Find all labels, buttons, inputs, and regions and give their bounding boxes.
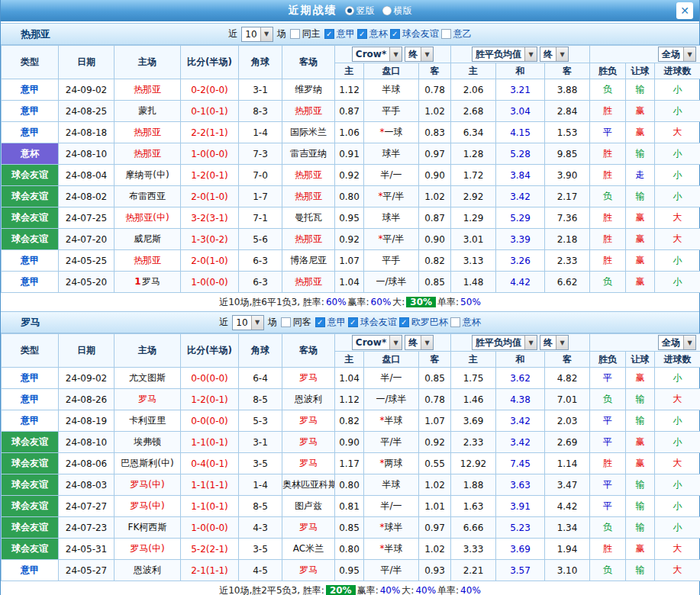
corner-cell: 3-1 [239,432,282,453]
team-name: 罗马 [21,316,40,330]
result-cell: 负 [590,79,626,101]
league-checkbox[interactable] [441,29,451,39]
handicap-home-odds-cell: 0.82 [335,410,364,432]
handicap-away-odds-cell: 0.85 [419,272,451,293]
avg-draw-odds-cell: 3.04 [496,101,545,122]
avg-final-select[interactable]: 终▼ [540,47,569,62]
summary-bar: 近10场,胜2平5负3, 胜率:20%赢率:40%大:40%单率:40% [1,581,699,595]
date-cell: 24-05-27 [59,560,115,581]
col-corner: 角球 [239,334,282,368]
avg-draw-odds-cell: 3.63 [496,474,545,496]
home-team-cell: 热那亚 [115,250,181,272]
league-checkbox[interactable] [450,317,460,327]
scope-select[interactable]: 全场▼ [658,47,696,62]
goals-result-cell: 大 [655,229,700,250]
odds-company-select[interactable]: Crow*▼ [352,335,402,350]
away-team-cell: AC米兰 [282,539,335,560]
score-cell: 1-2(0-1) [181,165,239,186]
date-cell: 24-08-19 [59,410,115,432]
table-row: 意甲24-05-27恩波利2-1(1-1)4-5罗马0.95平/半0.932.2… [2,560,700,581]
match-count-select[interactable]: 10▼ [232,315,263,330]
avg-type-select[interactable]: 胜平负均值▼ [472,47,537,62]
summary-text: 大: [392,296,405,309]
col-away: 客场 [282,334,335,368]
odds-final-select[interactable]: 终▼ [405,335,434,350]
corner-cell: 7-1 [239,207,282,229]
league-label: 意杯 [369,27,388,40]
handicap-result-cell: 赢 [626,432,655,453]
avg-away-odds-cell: 7.01 [545,389,590,410]
handicap-star: * [378,191,382,201]
summary-text: 赢率: [357,584,379,595]
match-count-select[interactable]: 10▼ [241,27,273,42]
handicap-home-odds-cell: 0.80 [335,186,364,207]
col-away: 客场 [282,46,335,79]
same-venue-checkbox[interactable] [281,317,291,327]
date-cell: 24-07-20 [59,229,115,250]
avg-draw-odds-cell: 4.15 [496,122,545,143]
corner-cell: 7-0 [239,165,282,186]
handicap-away-odds-cell: 0.85 [419,368,451,389]
table-row: 球会友谊24-08-10埃弗顿1-1(0-1)3-1罗马0.90平/半0.922… [2,432,700,453]
avg-home-odds-cell: 1.46 [451,389,496,410]
away-team-cell: 罗马 [282,368,335,389]
handicap-away-odds-cell: 0.90 [419,165,451,186]
table-row: 意甲24-08-25蒙扎0-1(0-1)8-3热那亚0.87平手1.022.68… [2,101,700,122]
league-checkbox[interactable]: ✓ [348,317,358,327]
league-type-cell: 球会友谊 [2,453,59,474]
score-cell: 1-0(0-0) [181,143,239,165]
score-cell: 1-0(0-0) [181,517,239,539]
odds-controls: Crow*▼ 终▼ [335,46,451,63]
close-button[interactable]: ✕ [676,2,693,19]
avg-type-select[interactable]: 胜平负均值▼ [472,335,537,350]
goals-result-cell: 大 [655,453,700,474]
corner-cell: 7-3 [239,143,282,165]
handicap-away-odds-cell: 0.87 [419,207,451,229]
handicap-home-odds-cell: 0.95 [335,207,364,229]
home-team-cell: 巴恩斯利(中) [115,453,181,474]
league-checkbox[interactable]: ✓ [324,29,334,39]
league-checkbox[interactable]: ✓ [399,317,409,327]
scope-select[interactable]: 全场▼ [658,335,696,350]
avg-away-odds-cell: 3.47 [545,474,590,496]
home-team-name: 罗马 [142,276,160,287]
table-row: 意甲24-08-18热那亚2-2(1-1)1-4国际米兰1.06*一球0.836… [2,122,700,143]
summary-highlight: 20% [326,585,356,595]
same-venue-checkbox[interactable] [290,29,300,39]
col-home: 主场 [115,334,181,368]
goals-result-cell: 小 [655,101,700,122]
home-team-name: 罗马(中) [130,479,164,490]
handicap-result-cell: 赢 [626,207,655,229]
home-team-name: 卡利亚里 [129,415,166,426]
handicap-line-cell: 半/一 [364,496,419,517]
result-cell: 负 [590,389,626,410]
league-label: 意杯 [463,316,481,329]
col-avg-draw: 和 [496,63,545,79]
team-section-header-roma: 罗马 近 10▼ 场 同客 ✓意甲✓球会友谊✓欧罗巴杯意杯 [1,311,699,333]
home-team-name: 罗马(中) [130,543,164,554]
table-row: 意杯24-08-10热那亚1-0(0-0)7-3雷吉亚纳0.91球半0.971.… [2,143,700,165]
league-checkbox[interactable]: ✓ [315,317,325,327]
home-team-name: 热那亚(中) [125,212,169,223]
handicap-line-cell: 半/一 [364,368,419,389]
home-team-cell: 威尼斯 [115,229,181,250]
avg-final-select[interactable]: 终▼ [540,335,569,350]
col-type: 类型 [2,334,59,368]
odds-company-select[interactable]: Crow*▼ [352,47,402,62]
league-checkbox[interactable]: ✓ [357,29,367,39]
league-type-cell: 球会友谊 [2,474,59,496]
odds-final-select[interactable]: 终▼ [405,47,434,62]
result-cell: 胜 [590,165,626,186]
avg-draw-odds-cell: 3.84 [496,165,545,186]
league-checkbox[interactable]: ✓ [390,29,400,39]
col-odds-away: 客 [419,352,451,368]
radio-vertical-layout[interactable]: 竖版 [345,5,375,18]
result-cell: 平 [590,368,626,389]
league-filters: ✓意甲✓意杯✓球会友谊意乙 [324,27,472,40]
radio-unselected-icon [382,6,392,15]
date-cell: 24-08-06 [59,453,115,474]
home-team-cell: 罗马(中) [115,496,181,517]
handicap-result-cell: 输 [626,560,655,581]
radio-horizontal-layout[interactable]: 横版 [382,5,412,18]
handicap-away-odds-cell: 0.93 [419,560,451,581]
